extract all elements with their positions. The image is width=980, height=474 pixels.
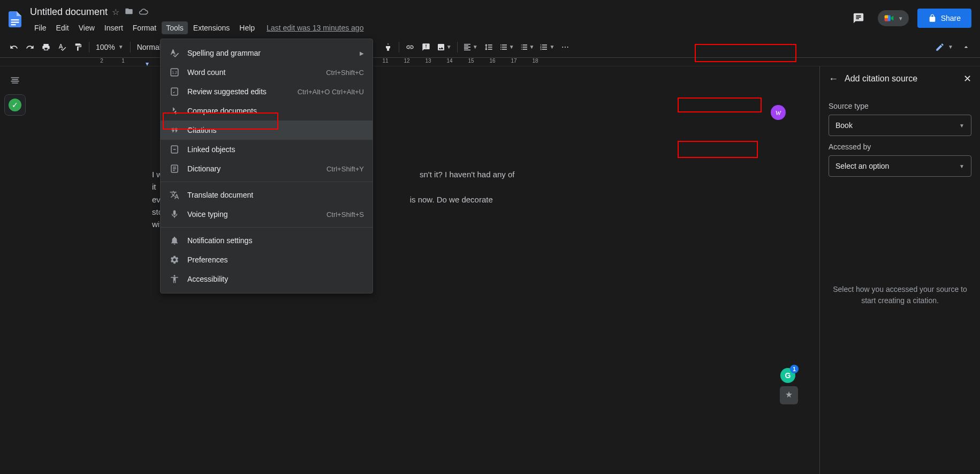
menubar: File Edit View Insert Format Tools Exten… (30, 20, 848, 35)
menu-shortcut: Ctrl+Shift+C (326, 69, 364, 77)
menu-item-wordcount[interactable]: 1.2Word countCtrl+Shift+C (161, 63, 373, 82)
accessed-by-select[interactable]: Select an option ▼ (829, 155, 971, 177)
paint-format-button[interactable] (71, 40, 86, 55)
source-type-label: Source type (829, 102, 971, 110)
menu-item-spellcheck[interactable]: Spelling and grammar▶ (161, 43, 373, 63)
move-icon[interactable] (125, 7, 133, 17)
menu-item-label: Preferences (187, 255, 227, 264)
document-canvas[interactable]: I waxxxxxxxxxxxxxxxxxxxxxxxxxxxxxxxxxxxx… (30, 66, 819, 474)
more-button[interactable]: ⋯ (558, 40, 573, 55)
align-button[interactable]: ▼ (461, 40, 480, 55)
bullet-list-button[interactable]: ▼ (518, 40, 537, 55)
menu-item-linked[interactable]: Linked objects (161, 140, 373, 159)
compare-icon (169, 106, 180, 116)
panel-hint: Select how you accessed your source to s… (829, 284, 971, 306)
zoom-select[interactable]: 100%▼ (93, 40, 127, 55)
spellcheck-button[interactable] (55, 40, 70, 55)
menu-item-review[interactable]: Review suggested editsCtrl+Alt+O Ctrl+Al… (161, 82, 373, 101)
menu-item-prefs[interactable]: Preferences (161, 250, 373, 269)
menu-edit[interactable]: Edit (52, 21, 73, 34)
editing-mode-button[interactable]: ▼ (933, 40, 955, 55)
left-rail: ✓ (0, 66, 30, 474)
title-area: Untitled document ☆ File Edit View Inser… (30, 4, 848, 35)
back-arrow-icon[interactable]: ← (829, 73, 838, 85)
chevron-down-icon: ▼ (959, 163, 964, 169)
menu-item-compare[interactable]: Compare documents (161, 101, 373, 121)
collapse-button[interactable] (959, 40, 974, 55)
check-icon: ✓ (9, 99, 21, 111)
menu-item-voice[interactable]: Voice typingCtrl+Shift+S (161, 205, 373, 224)
status-badge[interactable]: ✓ (4, 94, 26, 116)
svg-rect-1 (11, 22, 19, 23)
chevron-down-icon: ▼ (959, 123, 964, 129)
share-label: Share (941, 14, 961, 22)
prefs-icon (169, 254, 180, 265)
svg-rect-0 (11, 19, 19, 20)
menu-insert[interactable]: Insert (100, 21, 127, 34)
menu-item-dictionary[interactable]: DictionaryCtrl+Shift+Y (161, 159, 373, 178)
menu-shortcut: Ctrl+Alt+O Ctrl+Alt+U (298, 88, 364, 96)
grammarly-badge[interactable]: G1 (780, 368, 795, 383)
chevron-down-icon: ▼ (898, 16, 903, 21)
svg-rect-6 (171, 88, 178, 95)
menu-help[interactable]: Help (235, 21, 259, 34)
undo-button[interactable] (6, 40, 21, 55)
link-button[interactable] (402, 40, 417, 55)
extension-badge[interactable]: w (771, 105, 786, 120)
explore-button[interactable] (780, 386, 798, 404)
menu-item-accessibility[interactable]: Accessibility (161, 269, 373, 289)
redo-button[interactable] (22, 40, 37, 55)
dictionary-icon (169, 163, 180, 174)
menu-item-citations[interactable]: Citations (161, 121, 373, 140)
checklist-button[interactable]: ▼ (497, 40, 516, 55)
source-type-select[interactable]: Book ▼ (829, 115, 971, 136)
line-spacing-button[interactable] (481, 40, 496, 55)
menu-item-bell[interactable]: Notification settings (161, 231, 373, 250)
meet-button[interactable]: ▼ (878, 10, 909, 26)
image-button[interactable]: ▼ (435, 40, 454, 55)
linked-icon (169, 144, 180, 155)
menu-format[interactable]: Format (128, 21, 161, 34)
menu-view[interactable]: View (74, 21, 99, 34)
menu-shortcut: Ctrl+Shift+S (326, 210, 364, 219)
highlight-button[interactable] (381, 40, 396, 55)
menu-tools[interactable]: Tools (162, 21, 188, 34)
citations-icon (169, 125, 180, 136)
ruler: 2 1 ▾ 11 12 13 14 15 16 17 18 (0, 58, 980, 66)
translate-icon (169, 190, 180, 200)
document-title[interactable]: Untitled document (30, 6, 108, 18)
submenu-arrow-icon: ▶ (360, 50, 364, 56)
menu-item-label: Linked objects (187, 145, 235, 154)
menu-item-translate[interactable]: Translate document (161, 185, 373, 205)
menu-shortcut: Ctrl+Shift+Y (326, 165, 364, 173)
toolbar: 100%▼ Normal ▼ ▼ ▼ ▼ ▼ ⋯ ▼ (0, 36, 980, 58)
menu-item-label: Review suggested edits (187, 87, 267, 96)
comment-button[interactable] (419, 40, 434, 55)
svg-text:1.2: 1.2 (172, 71, 177, 74)
menu-file[interactable]: File (30, 21, 51, 34)
numbered-list-button[interactable]: ▼ (537, 40, 557, 55)
menu-item-label: Compare documents (187, 107, 257, 115)
spellcheck-icon (169, 48, 180, 58)
share-button[interactable]: Share (917, 9, 971, 28)
menu-extensions[interactable]: Extensions (189, 21, 234, 34)
indent-marker-icon[interactable]: ▾ (146, 60, 149, 66)
comments-icon[interactable] (848, 7, 869, 29)
review-icon (169, 86, 180, 97)
outline-button[interactable] (7, 73, 22, 88)
menu-item-label: Dictionary (187, 164, 221, 173)
citation-side-panel: ← Add citation source ✕ Source type Book… (819, 66, 980, 474)
docs-logo-icon[interactable] (4, 6, 26, 32)
menu-item-label: Citations (187, 126, 216, 134)
app-header: Untitled document ☆ File Edit View Inser… (0, 0, 980, 36)
last-edit-link[interactable]: Last edit was 13 minutes ago (260, 21, 370, 34)
cloud-status-icon[interactable] (139, 7, 148, 17)
voice-icon (169, 209, 180, 220)
svg-rect-2 (11, 24, 16, 25)
star-icon[interactable]: ☆ (112, 7, 119, 17)
panel-title: Add citation source (845, 74, 957, 84)
close-icon[interactable]: ✕ (963, 73, 971, 85)
menu-item-label: Accessibility (187, 275, 228, 283)
print-button[interactable] (39, 40, 54, 55)
menu-item-label: Notification settings (187, 236, 252, 245)
